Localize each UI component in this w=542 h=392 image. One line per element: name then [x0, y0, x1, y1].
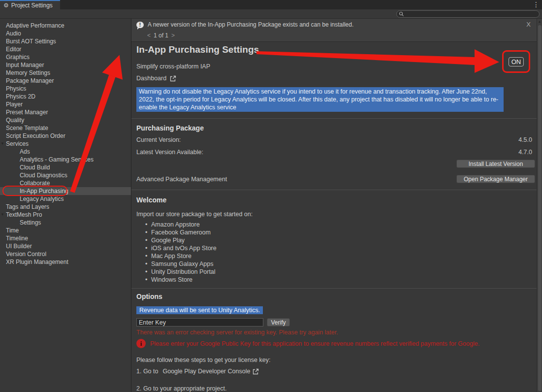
- section-divider: [131, 118, 537, 119]
- sidebar-item-label: Collaborate: [20, 180, 50, 187]
- gear-icon: ⚙: [3, 2, 9, 8]
- sidebar-item[interactable]: Editor: [0, 45, 131, 53]
- sidebar-item-label: Adaptive Performance: [6, 22, 64, 29]
- sidebar-item[interactable]: Input Manager: [0, 61, 131, 69]
- dashboard-link[interactable]: Dashboard: [136, 75, 176, 82]
- sidebar-item[interactable]: Physics 2D: [0, 93, 131, 100]
- scroll-up-icon[interactable]: ▲: [537, 20, 542, 23]
- step-1-prefix: 1. Go to: [136, 368, 158, 375]
- sidebar-item[interactable]: Graphics: [0, 53, 131, 61]
- sidebar-item-label: Burst AOT Settings: [6, 38, 56, 45]
- sidebar-item[interactable]: UI Builder: [0, 242, 131, 250]
- error-info-icon: i: [136, 339, 146, 348]
- pager-next-icon[interactable]: >: [171, 32, 175, 39]
- google-play-console-link[interactable]: Google Play Developer Console: [162, 368, 250, 375]
- sidebar-item[interactable]: Cloud Diagnostics: [0, 171, 131, 179]
- sidebar-item[interactable]: Package Manager: [0, 77, 131, 85]
- iap-toggle-button[interactable]: ON: [509, 57, 524, 66]
- advanced-package-management-label: Advanced Package Management: [136, 176, 227, 183]
- sidebar-item-label: Ads: [20, 148, 30, 155]
- sidebar-item[interactable]: In-App Purchasing: [0, 187, 131, 195]
- console-warning-icon: !: [136, 22, 144, 28]
- current-version-label: Current Version:: [136, 136, 181, 143]
- steps-intro: Please follow these steps to get your li…: [136, 357, 270, 363]
- sidebar-item-label: Cloud Build: [20, 164, 50, 171]
- latest-version-row: Latest Version Available: 4.7.0: [136, 149, 532, 156]
- external-link-icon: [170, 75, 176, 82]
- sidebar-item[interactable]: Version Control: [0, 250, 131, 258]
- open-package-manager-button[interactable]: Open Package Manager: [456, 175, 535, 183]
- sidebar-item-label: Cloud Diagnostics: [20, 172, 67, 179]
- pager-prev-icon[interactable]: <: [147, 32, 151, 39]
- sidebar-item-label: Package Manager: [6, 77, 54, 84]
- sidebar-item-label: Settings: [20, 219, 41, 226]
- sidebar-item[interactable]: Script Execution Order: [0, 132, 131, 140]
- foldout-icon[interactable]: [0, 140, 5, 148]
- iap-toggle-annotation-box: ON: [502, 50, 530, 73]
- sidebar-item-label: Memory Settings: [6, 69, 50, 76]
- project-settings-window: ⚙ Project Settings ⋮ Adaptive Performanc…: [0, 0, 542, 392]
- tab-project-settings[interactable]: ⚙ Project Settings: [0, 0, 60, 9]
- sidebar-item-label: Preset Manager: [6, 109, 48, 116]
- vertical-scrollbar: ▲: [537, 19, 542, 392]
- close-icon[interactable]: X: [526, 21, 531, 28]
- sidebar-item[interactable]: Timeline: [0, 234, 131, 242]
- sidebar-item[interactable]: Preset Manager: [0, 108, 131, 116]
- toolbar: [0, 9, 542, 19]
- sidebar-item[interactable]: Adaptive Performance: [0, 22, 131, 30]
- sidebar-item-label: Legacy Analytics: [20, 196, 64, 202]
- google-key-input[interactable]: [136, 318, 263, 327]
- sidebar-item-label: Scene Template: [6, 125, 48, 131]
- sidebar-item[interactable]: Burst AOT Settings: [0, 37, 131, 45]
- search-icon: [399, 11, 404, 17]
- analytics-note: Revenue data will be sent to Unity Analy…: [136, 306, 263, 314]
- sidebar-item[interactable]: Quality: [0, 116, 131, 124]
- sidebar-item[interactable]: Memory Settings: [0, 69, 131, 77]
- foldout-icon[interactable]: [0, 211, 5, 219]
- sidebar-item[interactable]: Player: [0, 100, 131, 108]
- notification-text: A newer version of the In-App Purchasing…: [148, 21, 353, 28]
- welcome-heading: Welcome: [136, 196, 166, 204]
- install-latest-version-button[interactable]: Install Latest Version: [456, 160, 535, 168]
- sidebar-item-label: Tags and Layers: [6, 203, 49, 210]
- scrollbar-thumb[interactable]: [538, 25, 542, 391]
- notification-pager: < 1 of 1 >: [147, 32, 175, 39]
- sidebar-item-label: Time: [6, 227, 19, 234]
- pager-label: 1 of 1: [154, 32, 168, 39]
- sidebar-item-label: Physics: [6, 85, 26, 92]
- sidebar-item[interactable]: Settings: [0, 219, 131, 227]
- simplify-iap-label: Simplify cross-platform IAP: [136, 63, 210, 70]
- sidebar-item-label: UI Builder: [6, 243, 32, 250]
- verify-button[interactable]: Verify: [267, 318, 290, 327]
- settings-sidebar: Adaptive Performance Audio Burst AOT Set…: [0, 19, 131, 392]
- google-key-warning-row: i Please enter your Google Public Key fo…: [136, 339, 479, 348]
- server-error-text: There was an error checking server for e…: [136, 329, 338, 336]
- store-list-item: iOS and tvOs App Store: [145, 244, 217, 252]
- sidebar-item[interactable]: Ads: [0, 148, 131, 156]
- kebab-menu-icon[interactable]: ⋮: [533, 0, 540, 8]
- sidebar-item[interactable]: XR Plugin Management: [0, 258, 131, 266]
- search-input[interactable]: [406, 11, 537, 17]
- welcome-intro: Import our store package to get started …: [136, 211, 253, 218]
- sidebar-item[interactable]: Cloud Build: [0, 163, 131, 171]
- store-list-item: Unity Distribution Portal: [145, 268, 217, 276]
- sidebar-item[interactable]: Tags and Layers: [0, 203, 131, 211]
- sidebar-item[interactable]: Physics: [0, 85, 131, 93]
- store-list-item: Windows Store: [145, 276, 217, 284]
- sidebar-item-label: Analytics - Gaming Services: [20, 156, 94, 163]
- search-box: [396, 10, 540, 18]
- sidebar-item[interactable]: Audio: [0, 30, 131, 37]
- section-divider: [131, 190, 537, 190]
- sidebar-item[interactable]: Scene Template: [0, 124, 131, 132]
- sidebar-item[interactable]: Collaborate: [0, 179, 131, 187]
- sidebar-item[interactable]: Legacy Analytics: [0, 195, 131, 203]
- sidebar-item[interactable]: Analytics - Gaming Services: [0, 156, 131, 163]
- sidebar-item-label: In-App Purchasing: [20, 188, 68, 195]
- step-1-row: 1. Go to Google Play Developer Console: [136, 368, 259, 375]
- sidebar-item[interactable]: Time: [0, 227, 131, 234]
- store-list-item: Mac App Store: [145, 252, 217, 260]
- sidebar-item-label: Timeline: [6, 235, 28, 242]
- sidebar-item[interactable]: Services: [0, 140, 131, 148]
- section-divider: [131, 288, 537, 289]
- sidebar-item[interactable]: TextMesh Pro: [0, 211, 131, 219]
